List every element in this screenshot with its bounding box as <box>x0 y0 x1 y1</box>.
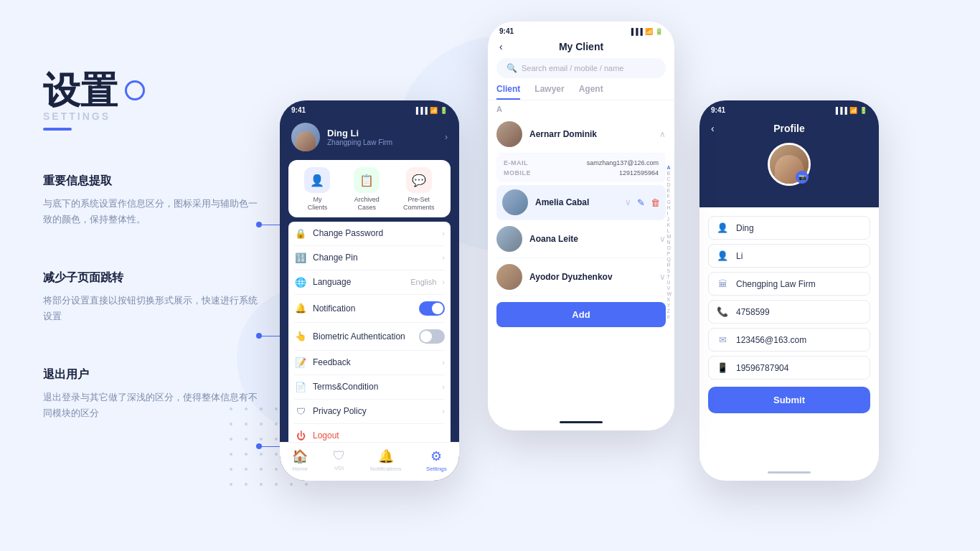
phone-icon: 📞 <box>716 306 729 317</box>
last-name-value: Li <box>736 251 743 261</box>
nav-notifications[interactable]: 🔔 Notifications <box>370 448 402 472</box>
comments-label: Pre-SetComments <box>403 196 435 212</box>
mobile-label: MOBILE <box>504 169 531 176</box>
avatar-aernarr <box>496 121 522 147</box>
field-first-name[interactable]: 👤 Ding <box>708 216 870 240</box>
nav-settings[interactable]: ⚙ Settings <box>426 448 447 472</box>
wifi-3: 📶 <box>849 107 857 114</box>
profile-title: Profile <box>773 123 805 134</box>
alpha-a: A <box>666 165 672 170</box>
avatar-ayodor <box>496 264 522 290</box>
feedback-icon: 📝 <box>294 357 307 368</box>
law-firm-value: Chengping Law Firm <box>736 279 816 289</box>
alpha-c: C <box>666 176 672 182</box>
alpha-n: N <box>666 240 672 245</box>
signal-3: ▐▐▐ <box>834 107 847 114</box>
menu-label-logout: Logout <box>313 430 445 441</box>
alpha-p: P <box>666 251 672 256</box>
menu-item-privacy[interactable]: 🛡 Privacy Policy › <box>294 400 445 424</box>
contact-details-aernarr: E-MAIL samzhang137@126.com MOBILE 129125… <box>496 154 666 182</box>
back-button-3[interactable]: ‹ <box>711 123 715 134</box>
field-email[interactable]: ✉ 123456@163.com <box>708 328 870 352</box>
menu-item-change-pin[interactable]: 🔢 Change Pin › <box>294 246 445 270</box>
mobile-icon: 📱 <box>716 362 729 373</box>
user-card[interactable]: Ding Li Zhangping Law Firm › <box>291 123 448 151</box>
add-button[interactable]: Add <box>496 302 666 327</box>
expand-icon-ayodor: ∨ <box>659 272 666 282</box>
language-value: English <box>410 278 436 286</box>
contact-info-aernarr: Aernarr Dominik <box>529 129 652 139</box>
time-3: 9:41 <box>711 106 725 114</box>
tab-lawyer[interactable]: Lawyer <box>534 84 564 100</box>
search-bar[interactable]: 🔍 Search email / mobile / name <box>496 58 666 78</box>
nav-vdi[interactable]: 🛡 VDI <box>333 448 346 472</box>
profile-avatar: 📷 <box>768 143 811 186</box>
submit-button[interactable]: Submit <box>708 387 870 413</box>
contact-aoana[interactable]: Aoana Leite ∨ <box>496 220 666 258</box>
menu-label-notification: Notification <box>313 303 413 314</box>
mobile-row: MOBILE 12912595964 <box>504 168 659 178</box>
camera-icon[interactable]: 📷 <box>796 171 809 184</box>
client-title-bar: ‹ My Client <box>488 38 674 58</box>
alpha-index: A B C D E F G H I J K L M N O P Q R S T … <box>666 165 672 319</box>
notifications-nav-label: Notifications <box>370 466 402 472</box>
contact-list: A Aernarr Dominik ∧ E-MAIL samzhang137@1… <box>488 100 674 333</box>
quick-action-cases[interactable]: 📋 ArchivedCases <box>354 167 380 212</box>
alpha-x: X <box>666 297 672 302</box>
notification-toggle[interactable] <box>419 301 445 316</box>
alpha-y: Y <box>666 303 672 308</box>
vdi-nav-label: VDI <box>334 465 344 471</box>
page-subtitle: SETTINGS <box>43 110 258 122</box>
signal-2: ▐▐▐ <box>629 28 643 35</box>
settings-nav-label: Settings <box>426 466 447 472</box>
alpha-r: R <box>666 263 672 268</box>
menu-label-feedback: Feedback <box>313 357 436 367</box>
phone-my-client: 9:41 ▐▐▐ 📶 🔋 ‹ My Client 🔍 Search email … <box>488 22 674 430</box>
phone-settings: 9:41 ▐▐▐ 📶 🔋 Ding Li Zhangping Law Firm … <box>280 100 459 481</box>
email-row: E-MAIL samzhang137@126.com <box>504 158 659 168</box>
bell-icon: 🔔 <box>294 303 307 314</box>
menu-item-change-password[interactable]: 🔒 Change Password › <box>294 222 445 246</box>
phone-profile: 9:41 ▐▐▐ 📶 🔋 ‹ Profile 📷 👤 Ding 👤 <box>699 100 879 481</box>
email-value: samzhang137@126.com <box>587 159 659 166</box>
nav-home[interactable]: 🏠 Home <box>292 448 308 472</box>
menu-item-feedback[interactable]: 📝 Feedback › <box>294 351 445 375</box>
back-button-2[interactable]: ‹ <box>499 41 503 52</box>
person-icon-2: 👤 <box>716 250 729 261</box>
section-title-important: 重要信息提取 <box>43 174 258 189</box>
tab-agent[interactable]: Agent <box>579 84 603 100</box>
field-mobile[interactable]: 📱 19596787904 <box>708 356 870 380</box>
alpha-h: H <box>666 205 672 210</box>
quick-action-clients[interactable]: 👤 MyClients <box>304 167 330 212</box>
clients-label: MyClients <box>308 196 328 212</box>
chevron-icon-4: › <box>442 358 445 367</box>
field-phone[interactable]: 📞 4758599 <box>708 300 870 324</box>
section-desc-reduce: 将部分设置直接以按钮切换形式展示，快速进行系统设置 <box>43 293 258 324</box>
field-last-name[interactable]: 👤 Li <box>708 244 870 268</box>
chevron-icon-5: › <box>442 382 445 391</box>
contact-amelia[interactable]: Amelia Cabal ∨ ✎ 🗑 <box>496 185 666 220</box>
biometric-toggle[interactable] <box>419 329 445 344</box>
edit-icon-amelia[interactable]: ✎ <box>637 197 645 208</box>
menu-item-notification[interactable]: 🔔 Notification <box>294 295 445 323</box>
home-indicator-3 <box>768 471 811 474</box>
contact-ayodor[interactable]: Ayodor Dyuzhenkov ∨ <box>496 258 666 296</box>
menu-item-language[interactable]: 🌐 Language English › <box>294 270 445 295</box>
logout-icon: ⏻ <box>294 430 307 441</box>
alpha-o: O <box>666 245 672 250</box>
status-icons-1: ▐▐▐ 📶 🔋 <box>414 107 448 114</box>
field-law-firm[interactable]: 🏛 Chengping Law Firm <box>708 272 870 296</box>
contact-info-amelia: Amelia Cabal <box>535 197 618 207</box>
section-important-info: 重要信息提取 与底下的系统设置作信息区分，图标采用与辅助色一致的颜色，保持整体性… <box>43 174 258 227</box>
delete-icon-amelia[interactable]: 🗑 <box>651 197 660 208</box>
contact-aernarr[interactable]: Aernarr Dominik ∧ <box>496 116 666 154</box>
avatar-amelia <box>502 189 528 215</box>
quick-action-comments[interactable]: 💬 Pre-SetComments <box>403 167 435 212</box>
wifi-2: 📶 <box>645 28 653 35</box>
tab-client[interactable]: Client <box>496 84 520 100</box>
section-header-a: A <box>496 100 666 116</box>
menu-item-terms[interactable]: 📄 Terms&Condition › <box>294 375 445 400</box>
lock-icon: 🔒 <box>294 228 307 239</box>
menu-item-biometric[interactable]: 👆 Biometric Authentication <box>294 323 445 351</box>
cases-label: ArchivedCases <box>354 196 380 212</box>
